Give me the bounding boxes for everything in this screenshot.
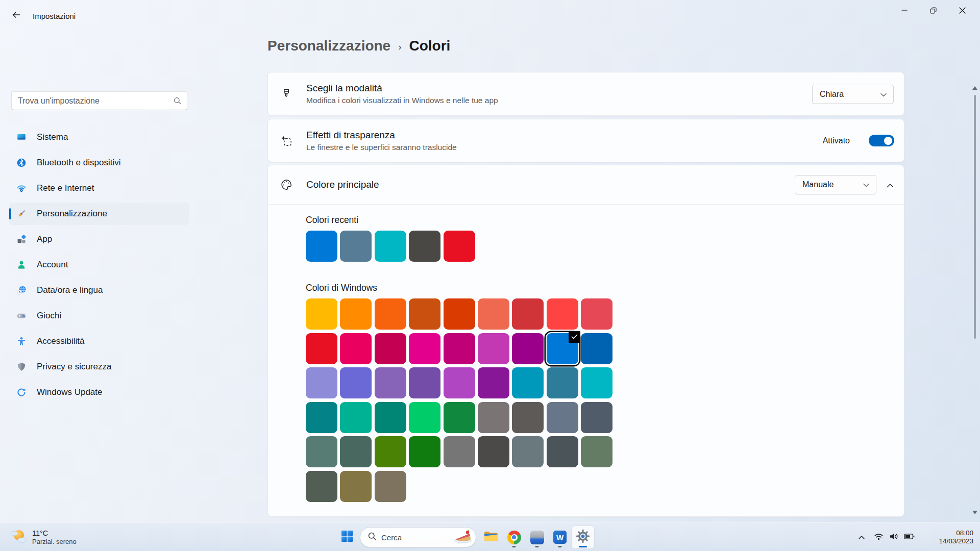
scrollbar-up-arrow[interactable] xyxy=(972,86,977,90)
windows-color-swatch[interactable] xyxy=(444,402,475,433)
mode-dropdown[interactable]: Chiara xyxy=(812,85,894,104)
windows-color-swatch[interactable] xyxy=(581,367,612,398)
recent-color-swatch[interactable] xyxy=(375,231,406,262)
windows-color-swatch[interactable] xyxy=(478,367,509,398)
mode-dropdown-value: Chiara xyxy=(820,90,844,99)
windows-color-swatch[interactable] xyxy=(581,298,612,330)
sidebar-item-windows-update[interactable]: Windows Update xyxy=(9,381,189,404)
close-button[interactable] xyxy=(948,0,977,20)
windows-color-swatch[interactable] xyxy=(444,333,475,364)
sidebar-item-account[interactable]: Account xyxy=(9,254,189,276)
windows-color-swatch[interactable] xyxy=(375,402,406,433)
recent-color-swatch[interactable] xyxy=(306,231,337,262)
windows-color-swatch[interactable] xyxy=(306,333,337,364)
settings-search-input[interactable] xyxy=(12,96,174,106)
mode-title: Scegli la modalità xyxy=(306,83,498,94)
sidebar-item-label: Privacy e sicurezza xyxy=(37,362,111,372)
sidebar-item-accessibilit-[interactable]: Accessibilità xyxy=(9,330,189,353)
recent-color-swatch[interactable] xyxy=(409,231,440,262)
windows-color-swatch[interactable] xyxy=(547,298,578,330)
windows-color-swatch[interactable] xyxy=(375,298,406,330)
windows-color-swatch[interactable] xyxy=(409,333,440,364)
windows-color-swatch[interactable] xyxy=(306,367,337,398)
sidebar-item-giochi[interactable]: Giochi xyxy=(9,305,189,327)
transparency-toggle[interactable] xyxy=(869,135,894,146)
windows-color-swatch[interactable] xyxy=(340,333,372,364)
scrollbar-down-arrow[interactable] xyxy=(972,511,977,514)
sidebar-item-sistema[interactable]: Sistema xyxy=(9,126,189,148)
sidebar-item-privacy-e-sicurezza[interactable]: Privacy e sicurezza xyxy=(9,356,189,378)
word-button[interactable]: W xyxy=(549,526,571,548)
sidebar-item-label: Account xyxy=(37,260,68,270)
sidebar-item-personalizzazione[interactable]: Personalizzazione xyxy=(9,203,189,225)
taskbar-search-box[interactable] xyxy=(360,527,476,547)
windows-color-swatch[interactable] xyxy=(547,436,578,467)
restore-button[interactable] xyxy=(919,0,948,20)
windows-color-swatch[interactable] xyxy=(340,367,372,398)
windows-color-swatch[interactable] xyxy=(444,436,475,467)
sidebar-item-app[interactable]: App xyxy=(9,228,189,251)
windows-color-swatch[interactable] xyxy=(375,471,406,502)
windows-color-swatch[interactable] xyxy=(340,436,372,467)
windows-color-swatch[interactable] xyxy=(375,436,406,467)
start-button[interactable] xyxy=(336,526,358,548)
windows-color-swatch[interactable] xyxy=(409,298,440,330)
windows-color-swatch[interactable] xyxy=(478,298,509,330)
windows-color-swatch[interactable] xyxy=(409,367,440,398)
taskbar: 11°C Parzial. sereno xyxy=(0,522,980,551)
windows-color-swatch[interactable] xyxy=(409,402,440,433)
windows-color-swatch[interactable] xyxy=(478,436,509,467)
windows-color-swatch[interactable] xyxy=(375,333,406,364)
windows-color-swatch[interactable] xyxy=(581,436,612,467)
personalization-icon xyxy=(16,209,27,219)
recent-color-swatch[interactable] xyxy=(444,231,475,262)
collapse-section-button[interactable] xyxy=(884,179,897,192)
windows-color-swatch-selected[interactable] xyxy=(547,333,578,364)
windows-color-swatch[interactable] xyxy=(340,471,372,502)
windows-color-swatch[interactable] xyxy=(581,333,612,364)
recent-color-swatch[interactable] xyxy=(340,231,372,262)
running-indicator xyxy=(512,546,516,547)
windows-color-swatch[interactable] xyxy=(478,402,509,433)
windows-color-swatch[interactable] xyxy=(512,436,544,467)
transparency-card: Effetti di trasparenza Le finestre e le … xyxy=(267,119,904,162)
windows-color-swatch[interactable] xyxy=(306,298,337,330)
windows-color-swatch[interactable] xyxy=(306,471,337,502)
file-explorer-button[interactable] xyxy=(480,526,502,548)
windows-color-swatch[interactable] xyxy=(512,298,544,330)
sidebar-item-rete-e-internet[interactable]: Rete e Internet xyxy=(9,177,189,199)
windows-color-swatch[interactable] xyxy=(512,367,544,398)
back-button[interactable] xyxy=(8,8,24,24)
sidebar-item-data-ora-e-lingua[interactable]: Data/ora e lingua xyxy=(9,279,189,302)
breadcrumb-parent[interactable]: Personalizzazione xyxy=(267,38,390,54)
chrome-button[interactable] xyxy=(503,526,525,548)
weather-widget[interactable]: 11°C Parzial. sereno xyxy=(4,523,82,551)
windows-color-swatch[interactable] xyxy=(306,402,337,433)
media-app-button[interactable] xyxy=(526,526,548,548)
windows-color-swatch[interactable] xyxy=(547,367,578,398)
tray-overflow-button[interactable] xyxy=(852,528,871,546)
windows-color-swatch[interactable] xyxy=(340,402,372,433)
windows-color-swatch[interactable] xyxy=(478,333,509,364)
clock-widget[interactable]: 08:00 14/03/2023 xyxy=(939,523,973,551)
windows-color-swatch[interactable] xyxy=(581,402,612,433)
minimize-button[interactable] xyxy=(890,0,919,20)
windows-color-swatch[interactable] xyxy=(409,436,440,467)
system-tray[interactable] xyxy=(872,528,917,546)
account-icon xyxy=(16,260,27,270)
windows-color-swatch[interactable] xyxy=(547,402,578,433)
sidebar-item-bluetooth-e-dispositivi[interactable]: Bluetooth e dispositivi xyxy=(9,152,189,174)
scrollbar-thumb[interactable] xyxy=(974,95,976,339)
windows-color-swatch[interactable] xyxy=(340,298,372,330)
windows-color-swatch[interactable] xyxy=(444,298,475,330)
windows-color-swatch[interactable] xyxy=(512,402,544,433)
settings-search-box xyxy=(11,91,187,110)
accent-mode-dropdown[interactable]: Manuale xyxy=(795,175,876,194)
windows-color-swatch[interactable] xyxy=(375,367,406,398)
settings-button[interactable] xyxy=(572,526,594,548)
windows-color-swatch[interactable] xyxy=(306,436,337,467)
accessibility-icon xyxy=(16,336,27,346)
windows-color-swatch[interactable] xyxy=(444,367,475,398)
windows-color-swatch[interactable] xyxy=(512,333,544,364)
taskbar-search-input[interactable] xyxy=(381,533,453,542)
